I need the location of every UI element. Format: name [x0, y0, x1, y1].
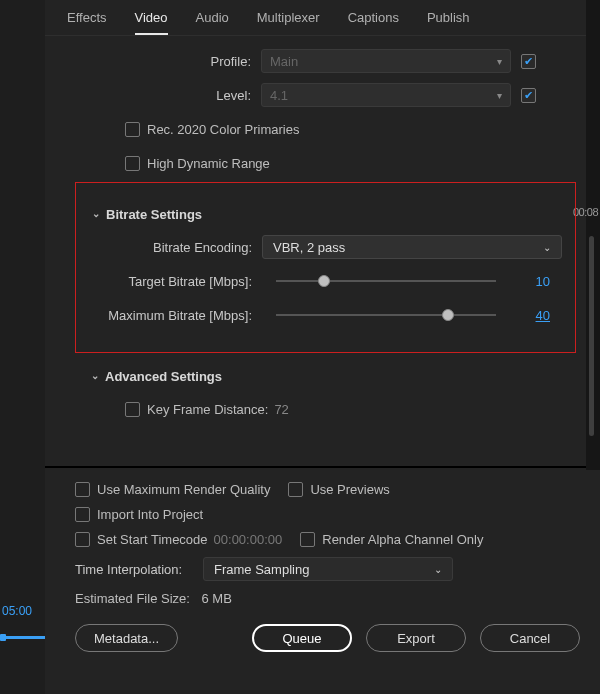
cancel-button[interactable]: Cancel	[480, 624, 580, 652]
hdr-label: High Dynamic Range	[147, 156, 270, 171]
max-render-quality-label: Use Maximum Render Quality	[97, 482, 270, 497]
chevron-down-icon: ▾	[497, 90, 502, 101]
chevron-down-icon: ⌄	[92, 208, 100, 219]
slider-thumb[interactable]	[442, 309, 454, 321]
use-previews-label: Use Previews	[310, 482, 389, 497]
advanced-header-text: Advanced Settings	[105, 369, 222, 384]
slider-thumb[interactable]	[318, 275, 330, 287]
tab-multiplexer[interactable]: Multiplexer	[257, 10, 320, 35]
bitrate-encoding-label: Bitrate Encoding:	[82, 240, 262, 255]
set-start-timecode-label: Set Start Timecode	[97, 532, 208, 547]
time-interpolation-label: Time Interpolation:	[75, 562, 203, 577]
advanced-section-header[interactable]: ⌄ Advanced Settings	[91, 369, 570, 384]
max-bitrate-label: Maximum Bitrate [Mbps]:	[82, 308, 262, 323]
timeline-left-strip: 05:00	[0, 0, 45, 694]
tab-captions[interactable]: Captions	[348, 10, 399, 35]
playhead-timecode[interactable]: 05:00	[2, 604, 32, 618]
tab-publish[interactable]: Publish	[427, 10, 470, 35]
bitrate-encoding-value: VBR, 2 pass	[273, 240, 345, 255]
bitrate-encoding-dropdown[interactable]: VBR, 2 pass ⌄	[262, 235, 562, 259]
keyframe-distance-checkbox[interactable]	[125, 402, 140, 417]
timeline-range-bar[interactable]	[0, 636, 45, 639]
bitrate-highlight-box: ⌄ Bitrate Settings Bitrate Encoding: VBR…	[75, 182, 576, 353]
tab-effects[interactable]: Effects	[67, 10, 107, 35]
target-bitrate-label: Target Bitrate [Mbps]:	[82, 274, 262, 289]
export-footer-panel: Use Maximum Render Quality Use Previews …	[45, 466, 600, 666]
max-bitrate-value[interactable]: 40	[510, 308, 550, 323]
rec2020-label: Rec. 2020 Color Primaries	[147, 122, 299, 137]
estimated-size-label: Estimated File Size:	[75, 591, 190, 606]
start-timecode-value[interactable]: 00:00:00:00	[214, 532, 283, 547]
render-alpha-checkbox[interactable]	[300, 532, 315, 547]
metadata-button[interactable]: Metadata...	[75, 624, 178, 652]
export-button[interactable]: Export	[366, 624, 466, 652]
level-value: 4.1	[270, 88, 288, 103]
profile-match-checkbox[interactable]: ✔	[521, 54, 536, 69]
keyframe-distance-label: Key Frame Distance:	[147, 402, 268, 417]
rec2020-checkbox[interactable]	[125, 122, 140, 137]
keyframe-distance-value: 72	[274, 402, 288, 417]
render-alpha-label: Render Alpha Channel Only	[322, 532, 483, 547]
max-bitrate-slider[interactable]	[276, 314, 496, 316]
profile-dropdown[interactable]: Main ▾	[261, 49, 511, 73]
chevron-down-icon: ⌄	[543, 242, 551, 253]
profile-label: Profile:	[81, 54, 261, 69]
estimated-size-value: 6 MB	[202, 591, 232, 606]
export-settings-panel: 00:08 Effects Video Audio Multiplexer Ca…	[45, 0, 600, 694]
bitrate-header-text: Bitrate Settings	[106, 207, 202, 222]
level-match-checkbox[interactable]: ✔	[521, 88, 536, 103]
hdr-checkbox[interactable]	[125, 156, 140, 171]
level-label: Level:	[81, 88, 261, 103]
target-bitrate-slider[interactable]	[276, 280, 496, 282]
time-interpolation-value: Frame Sampling	[214, 562, 309, 577]
video-settings-scroll: Profile: Main ▾ ✔ Level: 4.1 ▾ ✔ Rec. 20…	[45, 36, 600, 466]
import-project-checkbox[interactable]	[75, 507, 90, 522]
import-project-label: Import Into Project	[97, 507, 203, 522]
target-bitrate-value[interactable]: 10	[510, 274, 550, 289]
settings-tabs: Effects Video Audio Multiplexer Captions…	[45, 0, 600, 36]
tab-video[interactable]: Video	[135, 10, 168, 35]
tab-audio[interactable]: Audio	[196, 10, 229, 35]
bitrate-section-header[interactable]: ⌄ Bitrate Settings	[92, 207, 569, 222]
vertical-scrollbar[interactable]	[589, 236, 594, 436]
chevron-down-icon: ▾	[497, 56, 502, 67]
chevron-down-icon: ⌄	[434, 564, 442, 575]
max-render-quality-checkbox[interactable]	[75, 482, 90, 497]
use-previews-checkbox[interactable]	[288, 482, 303, 497]
level-dropdown[interactable]: 4.1 ▾	[261, 83, 511, 107]
chevron-down-icon: ⌄	[91, 370, 99, 381]
set-start-timecode-checkbox[interactable]	[75, 532, 90, 547]
queue-button[interactable]: Queue	[252, 624, 352, 652]
time-interpolation-dropdown[interactable]: Frame Sampling ⌄	[203, 557, 453, 581]
profile-value: Main	[270, 54, 298, 69]
